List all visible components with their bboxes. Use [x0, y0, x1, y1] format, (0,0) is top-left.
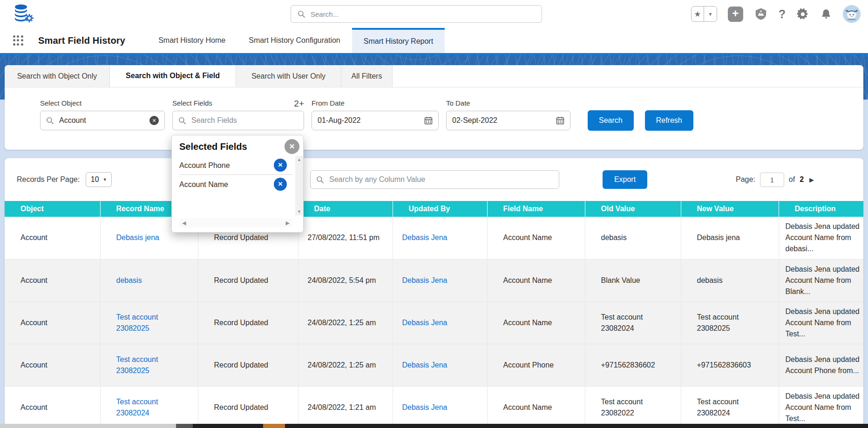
record-link[interactable]: debasis: [116, 276, 142, 284]
select-object-input-wrap[interactable]: ✕: [40, 111, 165, 130]
subtab-all-filters[interactable]: All Filters: [341, 65, 393, 87]
column-header-old-value[interactable]: Old Value: [585, 201, 681, 217]
pagination: Page: of 2 ▶: [736, 158, 814, 201]
records-per-page-select[interactable]: 10 ▼: [86, 172, 112, 187]
select-fields-input[interactable]: [191, 116, 298, 125]
to-date-input-wrap[interactable]: [446, 111, 570, 130]
select-object-input[interactable]: [59, 116, 149, 125]
user-link[interactable]: Debasis Jena: [402, 403, 448, 411]
cell-field-name: Account Name: [487, 259, 585, 301]
column-header-new-value[interactable]: New Value: [681, 201, 779, 217]
user-link[interactable]: Debasis Jena: [402, 319, 448, 327]
search-button[interactable]: Search: [588, 110, 634, 131]
cell-object: Account: [5, 217, 100, 259]
global-search[interactable]: [291, 5, 542, 23]
remove-field-icon[interactable]: ✕: [274, 159, 287, 172]
global-header: ★ ▼ + ?: [0, 0, 868, 28]
next-page-icon[interactable]: ▶: [809, 176, 814, 183]
notifications-bell-icon[interactable]: [820, 8, 832, 20]
favorites-control[interactable]: ★ ▼: [691, 6, 717, 22]
popup-vertical-scrollbar[interactable]: ▲ ▼: [295, 156, 303, 215]
popup-close-icon[interactable]: ✕: [285, 139, 299, 154]
cell-old-value: +971562836602: [585, 344, 681, 386]
record-link[interactable]: Test account 23082024: [116, 398, 158, 417]
tab-smart-history-home[interactable]: Smart History Home: [147, 28, 237, 53]
export-button[interactable]: Export: [603, 170, 647, 189]
filter-card: Search with Object Only Search with Obje…: [5, 65, 863, 150]
scroll-left-icon[interactable]: ◀: [182, 220, 186, 226]
from-date-input-wrap[interactable]: [312, 111, 439, 130]
cell-object: Account: [5, 386, 100, 428]
help-icon[interactable]: ?: [779, 7, 786, 21]
scroll-up-icon[interactable]: ▲: [297, 157, 301, 162]
app-launcher-waffle-icon[interactable]: [13, 35, 23, 46]
page-number-input[interactable]: [760, 173, 784, 187]
to-date-input[interactable]: [452, 116, 556, 125]
column-header-updated-by[interactable]: Updated By: [393, 201, 487, 217]
select-fields-field: Select Fields 2+: [172, 99, 304, 131]
favorites-star-icon[interactable]: ★: [692, 7, 705, 21]
select-object-field: Select Object ✕: [40, 99, 165, 131]
cell-date: 24/08/2022, 1:25 am: [298, 344, 393, 386]
column-header-date[interactable]: Date: [298, 201, 393, 217]
chevron-down-icon: ▼: [103, 177, 107, 182]
popup-horizontal-scrollbar[interactable]: ◀ ▶: [179, 218, 292, 227]
column-search-input[interactable]: [329, 175, 553, 184]
global-search-input[interactable]: [311, 10, 535, 18]
tab-smart-history-configuration[interactable]: Smart History Configuration: [237, 28, 352, 53]
cell-event: Record Updated: [198, 301, 298, 344]
cell-new-value: Test account 23082024: [681, 386, 779, 428]
user-link[interactable]: Debasis Jena: [402, 276, 448, 284]
scroll-down-icon[interactable]: ▼: [297, 209, 301, 214]
cell-description: Debasis Jena updated Account Name from d…: [779, 217, 863, 259]
cell-object: Account: [5, 344, 100, 386]
column-header-field-name[interactable]: Field Name: [487, 201, 585, 217]
global-actions-plus-icon[interactable]: +: [728, 7, 743, 22]
column-header-description[interactable]: Description: [779, 201, 863, 217]
nav-tabs: Smart History Home Smart History Configu…: [147, 28, 445, 53]
search-icon: [178, 117, 186, 125]
user-avatar[interactable]: [843, 5, 861, 23]
cell-event: Record Updated: [198, 344, 298, 386]
selected-fields-popup: ✕ Selected Fields Account Phone ✕ Accoun…: [171, 135, 304, 233]
favorites-dropdown-icon[interactable]: ▼: [704, 7, 717, 21]
cell-object: Account: [5, 301, 100, 344]
total-pages: 2: [800, 175, 804, 184]
refresh-button[interactable]: Refresh: [645, 110, 693, 131]
setup-gear-icon[interactable]: [796, 7, 809, 20]
user-link[interactable]: Debasis Jena: [402, 361, 448, 369]
calendar-icon[interactable]: [424, 116, 433, 125]
filter-subtabs: Search with Object Only Search with Obje…: [5, 65, 863, 87]
column-search[interactable]: [310, 170, 559, 189]
selected-fields-count-badge[interactable]: 2+: [294, 100, 304, 107]
record-link[interactable]: Debasis jena: [116, 234, 160, 241]
records-per-page-label: Records Per Page:: [17, 175, 80, 184]
remove-field-icon[interactable]: ✕: [274, 178, 287, 191]
cell-new-value: debasis: [681, 259, 779, 301]
cell-updated-by: Debasis Jena: [393, 344, 487, 386]
from-date-input[interactable]: [318, 116, 424, 125]
user-link[interactable]: Debasis Jena: [402, 234, 448, 241]
table-row: Account Test account 23082024 Record Upd…: [5, 386, 863, 428]
calendar-icon[interactable]: [556, 116, 564, 125]
tab-smart-history-report[interactable]: Smart History Report: [352, 28, 445, 53]
page-label: Page:: [736, 175, 755, 184]
of-label: of: [789, 175, 795, 184]
header-icons: ★ ▼ + ?: [691, 0, 861, 28]
bottom-scrollbar[interactable]: [0, 424, 868, 428]
subtab-search-object-field[interactable]: Search with Object & Field: [110, 65, 236, 87]
scroll-right-icon[interactable]: ▶: [286, 220, 290, 226]
record-link[interactable]: Test account 23082025: [116, 313, 158, 332]
select-fields-input-wrap[interactable]: [172, 111, 304, 130]
column-header-object[interactable]: Object: [5, 201, 100, 217]
trailhead-icon[interactable]: [754, 7, 768, 21]
subtab-search-object-only[interactable]: Search with Object Only: [5, 65, 110, 87]
table-header-row: Object Record Name Date Updated By Field…: [5, 201, 863, 217]
list-item: Account Phone ✕: [179, 156, 292, 175]
cell-field-name: Account Name: [487, 301, 585, 344]
cell-updated-by: Debasis Jena: [393, 217, 487, 259]
record-link[interactable]: Test account 23082025: [116, 355, 158, 374]
table-row: Account Test account 23082025 Record Upd…: [5, 301, 863, 344]
subtab-search-user-only[interactable]: Search with User Only: [236, 65, 341, 87]
clear-object-icon[interactable]: ✕: [149, 116, 159, 125]
